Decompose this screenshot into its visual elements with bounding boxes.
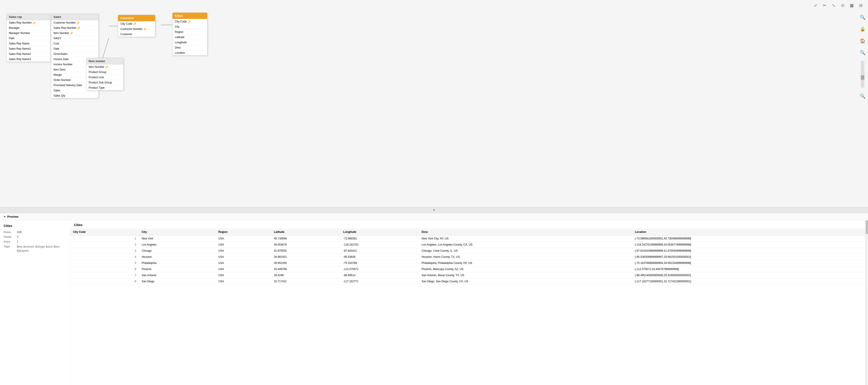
- cell-desc: Chicago, Cook County, IL, US: [419, 248, 632, 254]
- cell-latitude: 41.875555: [271, 248, 340, 254]
- layout-icon[interactable]: ⊟: [857, 2, 864, 9]
- cell-location: [-95.538359999999997,29.981501000000002]: [632, 254, 865, 260]
- grid-icon[interactable]: ▦: [848, 2, 855, 9]
- rows-label: Rows: [4, 230, 15, 234]
- cell-city-code: 6: [70, 266, 139, 272]
- cell-desc: Phoenix, Maricopa County, AZ, US: [419, 266, 632, 272]
- customer-table-header: Customer: [118, 15, 155, 21]
- col-region: Region: [216, 229, 271, 236]
- cell-region: USA: [216, 248, 271, 254]
- cell-city-code: 7: [70, 272, 139, 278]
- field-product-group: Product Group: [86, 69, 123, 75]
- cell-city-code: 3: [70, 248, 139, 254]
- search-icon[interactable]: 🔍: [859, 13, 866, 21]
- cell-location: [-73.986581000000001,40.730598999999998]: [632, 236, 865, 242]
- cities-table-header: Cities: [173, 13, 207, 19]
- cell-desc: Los Angeles, Los Angeles County, CA, US: [419, 242, 632, 248]
- cell-latitude: 29.4246: [271, 272, 340, 278]
- cell-location: [-87.624420999999998,41.875554999999999]: [632, 248, 865, 254]
- tags-label: Tags: [4, 245, 15, 253]
- cell-city: San Antonio: [139, 272, 216, 278]
- zoom-slider-track: [861, 61, 864, 88]
- field-sales-rep-name: Sales Rep Name: [7, 41, 50, 46]
- cell-city: New York: [139, 236, 216, 242]
- cell-city-code: 2: [70, 242, 139, 248]
- field-longitude: Longitude: [173, 40, 207, 45]
- table-row: 6 Phoenix USA 33.446768 -112.075672 Phoe…: [70, 266, 865, 272]
- zoom-in-icon[interactable]: 🔍: [859, 49, 866, 56]
- table-header-row: City Code City Region Latitude Longitude…: [70, 229, 865, 236]
- dots-icon[interactable]: ⊙: [839, 2, 846, 9]
- field-product-sub-group: Product Sub Group: [86, 80, 123, 85]
- cell-desc: San Antonio, Bexar County, TX, US: [419, 272, 632, 278]
- preview-content: Cities Rows 100 Fields 7 Keys 1 Tags $ke…: [0, 220, 868, 385]
- item-master-table: Item master Item Number 🔑 Product Group …: [86, 58, 124, 90]
- cut-icon[interactable]: ✂: [821, 2, 828, 9]
- collapse-button[interactable]: ▼: [0, 207, 868, 213]
- cities-table: Cities City Code 🔑 City Region Latitude …: [172, 12, 208, 56]
- preview-collapse-arrow: ▼: [4, 215, 6, 218]
- sales-table-header: Sales: [51, 14, 98, 20]
- field-grosssales: GrossSales: [51, 52, 98, 57]
- field-customer: Customer: [118, 32, 155, 37]
- item-master-table-header: Item master: [86, 58, 123, 64]
- field-city: City: [173, 24, 207, 29]
- field-date: Date: [51, 46, 98, 52]
- cell-latitude: 40.730599: [271, 236, 340, 242]
- keys-value: 1: [17, 240, 18, 243]
- field-product-line: Product Line: [86, 75, 123, 80]
- cell-location: [-98.495140000000006,29.424600000000002]: [632, 272, 865, 278]
- preview-left-panel: Cities Rows 100 Fields 7 Keys 1 Tags $ke…: [0, 220, 70, 385]
- cell-desc: San Diego, San Diego County, CA, US: [419, 278, 632, 285]
- zoom-out-icon[interactable]: 🔍: [859, 92, 866, 100]
- fields-label: Fields: [4, 235, 15, 239]
- field-desc: Desc: [173, 45, 207, 50]
- expand-icon[interactable]: ⤡: [830, 2, 837, 9]
- field-region: Region: [173, 29, 207, 35]
- cell-longitude: -98.49514: [340, 272, 419, 278]
- preview-header[interactable]: ▼ Preview: [0, 213, 868, 220]
- field-city-code-cities: City Code 🔑: [173, 19, 207, 24]
- home-icon[interactable]: 🏠: [859, 37, 866, 45]
- table-row: 8 San Diego USA 32.717421 -117.162771 Sa…: [70, 278, 865, 285]
- cell-location: [-75.163788999999994,39.952334999999998]: [632, 260, 865, 266]
- lock-icon[interactable]: 🔒: [859, 25, 866, 33]
- col-location: Location: [632, 229, 865, 236]
- field-cost: Cost: [51, 41, 98, 46]
- info-row-rows: Rows 100: [4, 230, 66, 234]
- cell-region: USA: [216, 236, 271, 242]
- right-sidebar: 🔍 🔒 🏠 🔍 🔍: [859, 13, 866, 100]
- col-city-code: City Code: [70, 229, 139, 236]
- scrollbar[interactable]: [865, 220, 868, 385]
- cell-city: Los Angeles: [139, 242, 216, 248]
- field-manager-number: Manager Number: [7, 31, 50, 36]
- scrollbar-thumb[interactable]: [866, 220, 868, 234]
- table-row: 3 Chicago USA 41.875555 -87.624421 Chica…: [70, 248, 865, 254]
- field-sales-qty: Sales Qty: [51, 93, 98, 98]
- field-customer-number: Customer Number 🔑: [51, 20, 98, 25]
- toolbar: ⤢ ✂ ⤡ ⊙ ▦ ⊟: [808, 0, 868, 11]
- field-sales-rep-name2: Sales Rep Name2: [7, 52, 50, 57]
- cell-latitude: 34.053678: [271, 242, 340, 248]
- table-row: 7 San Antonio USA 29.4246 -98.49514 San …: [70, 272, 865, 278]
- cell-longitude: -87.624421: [340, 248, 419, 254]
- zoom-slider-thumb[interactable]: [861, 75, 864, 80]
- field-item-number: Item Number 🔑: [51, 31, 98, 36]
- main-container: ⤢ ✂ ⤡ ⊙ ▦ ⊟ 🔍 🔒 🏠 🔍 🔍: [0, 0, 868, 385]
- customer-table: Customer City Code 🔑 Customer Number 🔑 C…: [118, 15, 155, 37]
- cell-city: Houston: [139, 254, 216, 260]
- cell-location: [-117.16277100000001,32.717421000000001]: [632, 278, 865, 285]
- info-row-tags: Tags $key $numeric $integer $ascii $text…: [4, 245, 66, 253]
- cell-region: USA: [216, 254, 271, 260]
- cell-city-code: 1: [70, 236, 139, 242]
- cell-longitude: -118.242702: [340, 242, 419, 248]
- rows-value: 100: [17, 230, 22, 234]
- info-row-keys: Keys 1: [4, 240, 66, 243]
- fit-icon[interactable]: ⤢: [812, 2, 819, 9]
- tags-value: $key $numeric $integer $ascii $text $geo…: [17, 245, 66, 253]
- preview-left-title: Cities: [4, 224, 66, 228]
- sales-rep-table: Sales rep Sales Rep Number 🔑 Manager Man…: [6, 13, 51, 62]
- cell-longitude: -117.162771: [340, 278, 419, 285]
- cell-longitude: -95.53836: [340, 254, 419, 260]
- info-row-fields: Fields 7: [4, 235, 66, 239]
